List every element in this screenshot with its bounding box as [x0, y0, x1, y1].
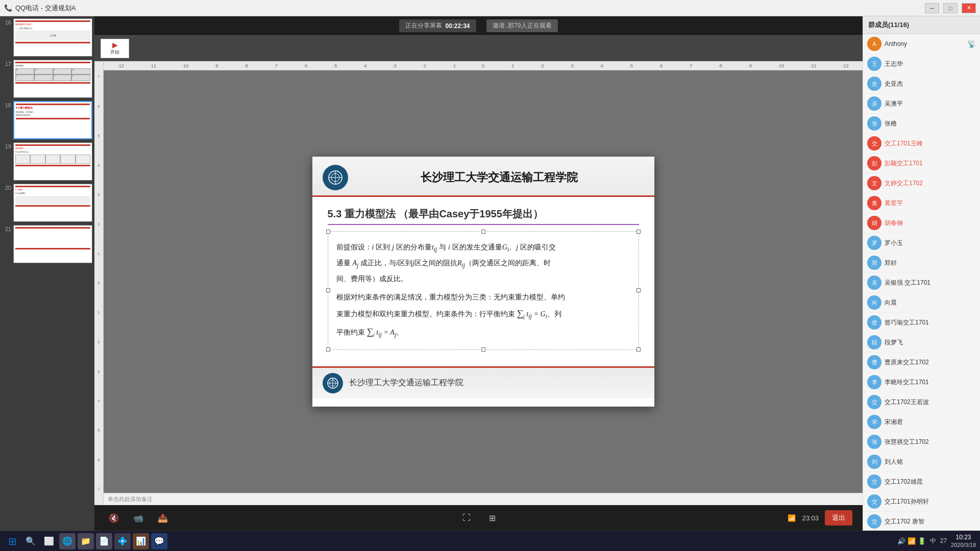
member-item-4[interactable]: 张 张橹	[863, 114, 980, 134]
start-button[interactable]: ⊞	[4, 533, 20, 549]
member-item-10[interactable]: 罗 罗小玉	[863, 233, 980, 253]
member-item-24[interactable]: 交 交工1702 唐智	[863, 512, 980, 531]
member-name-2: 史亚杰	[885, 80, 976, 88]
member-avatar-13: 向	[867, 295, 881, 310]
thumb-image-21[interactable]: ...	[13, 225, 92, 263]
member-item-1[interactable]: 王 王志华	[863, 54, 980, 74]
member-avatar-anthony: A	[867, 37, 881, 51]
member-list: A Anthony 📡 王 王志华 史 史亚杰 吴 吴澳平 张 张橹 交	[863, 34, 980, 531]
slide-thumb-20[interactable]: 20 5.2算例... Casey模型...	[2, 184, 92, 222]
slide-num-21: 21	[2, 225, 11, 232]
thumb-image-19[interactable]: 算例题目... PowerWindow...	[13, 142, 92, 181]
taskbar-browser[interactable]: 🌐	[59, 533, 76, 549]
member-item-15[interactable]: 段 段梦飞	[863, 333, 980, 353]
slide-thumb-18[interactable]: 18 5.3 重力模型法 前提假设：i区到j区... 根据对约束条件...	[2, 101, 92, 139]
ppt-start-button[interactable]: ▶ 开始	[101, 39, 129, 58]
close-button[interactable]: ✕	[962, 3, 976, 13]
member-item-anthony[interactable]: A Anthony 📡	[863, 34, 980, 54]
sys-tray-icons: 🔊 📶 🔋	[897, 537, 926, 545]
slide-thumbnail-panel: 16 规划预测方法简介... ——増长系数法与... 公式图 17 表格数据..…	[0, 16, 94, 531]
member-item-8[interactable]: 黄 黄星宇	[863, 193, 980, 213]
task-view-button[interactable]: ⬜	[41, 533, 57, 549]
member-name-5: 交工1701王峰	[885, 139, 976, 148]
handle-mr[interactable]	[636, 288, 641, 292]
member-name-anthony: Anthony	[885, 40, 964, 47]
text-content-box[interactable]: 前提假设：i 区到 j 区的分布量tij 与 i 区的发生交通量Gi、j 区的吸…	[328, 231, 639, 350]
member-avatar-5: 交	[867, 136, 881, 151]
slide-thumb-16[interactable]: 16 规划预测方法简介... ——増长系数法与... 公式图	[2, 18, 92, 57]
member-item-19[interactable]: 宋 宋湘君	[863, 412, 980, 432]
member-item-5[interactable]: 交 交工1701王峰	[863, 134, 980, 154]
toolbar-right: 📶 23:03 退出	[788, 510, 852, 525]
center-area: 正在分享屏幕 00:22:34 邀请..郡79人正在观看 ▶ 开始 765432…	[94, 16, 863, 531]
thumb-image-16[interactable]: 规划预测方法简介... ——増长系数法与... 公式图	[13, 18, 92, 57]
member-item-13[interactable]: 向 向晨	[863, 293, 980, 313]
member-item-11[interactable]: 郑 郑好	[863, 253, 980, 273]
member-name-13: 向晨	[885, 298, 976, 307]
handle-tm[interactable]	[481, 230, 485, 234]
handle-ml[interactable]	[326, 288, 330, 292]
taskbar-ppt[interactable]: 📊	[133, 533, 149, 549]
right-panel: 群成员(11/16) A Anthony 📡 王 王志华 史 史亚杰 吴 吴澳平	[863, 16, 980, 531]
slide-thumb-19[interactable]: 19 算例题目... PowerWindow...	[2, 142, 92, 181]
taskbar-word[interactable]: 📄	[96, 533, 112, 549]
member-item-3[interactable]: 吴 吴澳平	[863, 94, 980, 114]
mute-button[interactable]: 🔇	[105, 511, 123, 525]
member-item-12[interactable]: 吴 吴银强 交工1701	[863, 273, 980, 293]
slide-thumb-21[interactable]: 21 ...	[2, 225, 92, 263]
share-button[interactable]: 📤	[154, 511, 172, 525]
handle-br[interactable]	[636, 347, 641, 352]
member-item-16[interactable]: 曹 曹原来交工1702	[863, 353, 980, 372]
member-name-9: 胡春钢	[885, 219, 976, 228]
taskbar-app5[interactable]: 💠	[114, 533, 131, 549]
handle-tl[interactable]	[326, 230, 330, 234]
member-item-22[interactable]: 交 交工1702雄昆	[863, 472, 980, 492]
member-avatar-11: 郑	[867, 256, 881, 270]
title-bar-left: 📞 QQ电话 - 交通规划A	[4, 4, 76, 13]
slide-footer: 长沙理工大学交通运输工程学院	[312, 366, 654, 398]
handle-bm[interactable]	[481, 347, 485, 352]
member-item-18[interactable]: 交 交工1702王若波	[863, 392, 980, 412]
member-item-7[interactable]: 文 文婷交工1702	[863, 173, 980, 193]
taskbar-qq[interactable]: 💬	[151, 533, 167, 549]
exit-button[interactable]: 退出	[825, 510, 852, 525]
member-name-24: 交工1702 唐智	[885, 517, 976, 526]
grid-button[interactable]: ⊞	[485, 511, 502, 525]
slide-container: 长沙理工大学交通运输工程学院 5.3 重力模型法 （最早由Casey于1955年…	[312, 157, 654, 407]
footer-logo	[323, 373, 343, 393]
title-bar: 📞 QQ电话 - 交通规划A ─ □ ✕	[0, 0, 980, 16]
member-name-20: 张慧祺交工1702	[885, 438, 976, 446]
search-button[interactable]: 🔍	[22, 533, 39, 549]
member-item-14[interactable]: 曾 曾巧瑜交工1701	[863, 313, 980, 333]
minimize-button[interactable]: ─	[925, 3, 939, 13]
member-item-23[interactable]: 交 交工1701孙明轩	[863, 492, 980, 512]
toolbar-center: ⛶ ⊞	[458, 511, 502, 525]
handle-tr[interactable]	[636, 230, 641, 234]
member-avatar-20: 张	[867, 435, 881, 449]
member-item-9[interactable]: 胡 胡春钢	[863, 213, 980, 233]
member-name-19: 宋湘君	[885, 418, 976, 427]
member-name-21: 刘人铭	[885, 458, 976, 466]
network-icon: 🔊	[897, 537, 905, 545]
title-bar-controls: ─ □ ✕	[925, 3, 976, 13]
member-avatar-19: 宋	[867, 415, 881, 429]
member-item-6[interactable]: 彭 彭颖交工1701	[863, 154, 980, 173]
thumb-image-17[interactable]: 表格数据... AB CD 12 34	[13, 60, 92, 98]
maximize-button[interactable]: □	[943, 3, 958, 13]
thumb-image-18[interactable]: 5.3 重力模型法 前提假设：i区到j区... 根据对约束条件...	[13, 101, 92, 139]
note-bar[interactable]: 单击此处添加备注	[104, 493, 863, 505]
slide-thumb-17[interactable]: 17 表格数据... AB CD 12 34	[2, 60, 92, 98]
member-name-3: 吴澳平	[885, 99, 976, 108]
thumb-image-20[interactable]: 5.2算例... Casey模型...	[13, 184, 92, 222]
member-item-2[interactable]: 史 史亚杰	[863, 74, 980, 94]
member-avatar-9: 胡	[867, 216, 881, 230]
video-button[interactable]: 📹	[129, 511, 148, 525]
taskbar-files[interactable]: 📁	[78, 533, 94, 549]
member-avatar-15: 段	[867, 335, 881, 349]
member-item-21[interactable]: 刘 刘人铭	[863, 452, 980, 472]
handle-bl[interactable]	[326, 347, 330, 352]
fullscreen-button[interactable]: ⛶	[458, 511, 477, 524]
battery-icon: 🔋	[918, 537, 926, 545]
member-item-20[interactable]: 张 张慧祺交工1702	[863, 432, 980, 452]
member-item-17[interactable]: 李 李晓玲交工1701	[863, 372, 980, 392]
